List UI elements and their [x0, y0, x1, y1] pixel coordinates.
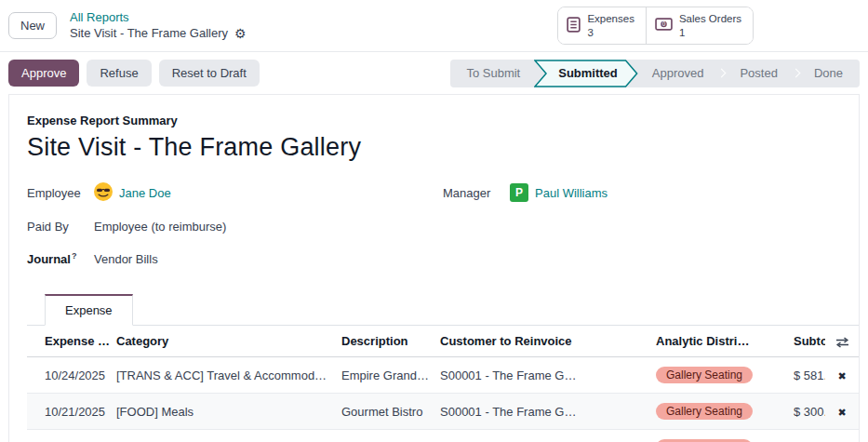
employee-avatar: [94, 182, 113, 204]
adjust-columns-icon: [835, 337, 849, 348]
table-row[interactable]: 10/24/2025 [TRANS & ACC] Travel & Accomm…: [27, 357, 859, 394]
breadcrumb-all-reports[interactable]: All Reports: [70, 10, 247, 25]
paid-by-field: Paid By Employee (to reimburse): [27, 216, 443, 236]
col-subtotal[interactable]: Subtotal: [788, 326, 825, 357]
cell-subtotal[interactable]: $ 300.91: [788, 394, 825, 430]
cell-subtotal[interactable]: $ 581.26: [788, 357, 825, 394]
col-analytic[interactable]: Analytic Distri…: [650, 326, 788, 357]
employee-link[interactable]: Jane Doe: [119, 186, 171, 200]
breadcrumb: All Reports Site Visit - The Frame Galle…: [70, 10, 247, 41]
col-customer[interactable]: Customer to Reinvoice: [434, 326, 650, 357]
expenses-label: Expenses: [587, 12, 634, 26]
cell-analytic[interactable]: Gallery Seating: [650, 394, 788, 430]
table-row[interactable]: 10/21/2025 [FOOD] Meals Gourmet Bistro S…: [27, 394, 859, 430]
expense-lines-table: Expense … Category Description Customer …: [27, 326, 859, 442]
optional-columns-button[interactable]: [825, 326, 859, 357]
sales-orders-label: Sales Orders: [679, 12, 741, 26]
cell-date[interactable]: 10/21/2025: [27, 394, 111, 430]
money-bill-icon: 0: [655, 18, 673, 33]
cell-date[interactable]: 10/24/2025: [27, 357, 111, 394]
status-to-submit[interactable]: To Submit: [450, 60, 534, 87]
manager-label: Manager: [443, 186, 510, 200]
field-group: Employee Jane Doe Paid By Employee (to r…: [27, 182, 859, 281]
cell-customer[interactable]: S00001 - The Frame G…: [434, 357, 650, 394]
delete-row-icon[interactable]: ✖: [837, 370, 846, 382]
employee-field: Employee Jane Doe: [27, 182, 443, 204]
status-posted[interactable]: Posted: [726, 60, 791, 87]
cell-category[interactable]: [FOOD] Meals: [111, 430, 336, 442]
journal-value[interactable]: Vendor Bills: [94, 252, 158, 266]
smart-buttons: Expenses 3 0 Sales Orders 1: [557, 7, 754, 46]
status-submitted-active[interactable]: Submitted: [534, 60, 638, 87]
table-header-row: Expense … Category Description Customer …: [27, 326, 859, 357]
status-done[interactable]: Done: [800, 60, 860, 87]
cell-category[interactable]: [FOOD] Meals: [111, 394, 336, 430]
manager-link[interactable]: Paul Williams: [535, 186, 608, 200]
expense-document-icon: [567, 17, 581, 35]
summary-label: Expense Report Summary: [27, 114, 859, 127]
svg-text:0: 0: [662, 20, 666, 27]
col-category[interactable]: Category: [111, 326, 336, 357]
paid-by-label: Paid By: [27, 220, 94, 234]
cell-analytic[interactable]: Gallery Seating: [650, 430, 788, 442]
form-sheet: Expense Report Summary Site Visit - The …: [8, 94, 860, 442]
employee-label: Employee: [27, 186, 94, 200]
cell-customer[interactable]: S00001 - The Frame G…: [434, 394, 650, 430]
analytic-tag[interactable]: Gallery Seating: [656, 367, 753, 383]
sales-orders-count: 1: [679, 26, 741, 40]
tab-expense[interactable]: Expense: [45, 294, 133, 326]
col-expense-date[interactable]: Expense …: [27, 326, 111, 357]
sales-orders-smart-button[interactable]: 0 Sales Orders 1: [646, 7, 753, 45]
breadcrumb-current: Site Visit - The Frame Gallery: [70, 26, 228, 41]
notebook-tabs: Expense: [27, 294, 859, 326]
statusbar: To Submit Submitted Approved Posted Done: [450, 60, 860, 87]
expenses-count: 3: [587, 26, 634, 40]
manager-avatar: P: [510, 183, 528, 202]
expenses-smart-button[interactable]: Expenses 3: [558, 7, 646, 45]
cell-date[interactable]: 10/14/2025: [27, 430, 111, 442]
new-button[interactable]: New: [8, 12, 57, 39]
manager-field: Manager P Paul Williams: [443, 182, 859, 203]
approve-button[interactable]: Approve: [8, 60, 79, 87]
control-panel: New All Reports Site Visit - The Frame G…: [0, 0, 868, 51]
paid-by-value[interactable]: Employee (to reimburse): [94, 220, 226, 234]
reset-to-draft-button[interactable]: Reset to Draft: [159, 60, 260, 87]
journal-label-text: Journal: [27, 252, 71, 266]
col-description[interactable]: Description: [336, 326, 434, 357]
status-submitted-label: Submitted: [558, 66, 618, 80]
action-bar: Approve Refuse Reset to Draft To Submit …: [0, 51, 868, 94]
refuse-button[interactable]: Refuse: [87, 60, 151, 87]
cell-subtotal[interactable]: $ 18.00: [788, 430, 825, 442]
cell-analytic[interactable]: Gallery Seating: [650, 357, 788, 394]
delete-row-icon[interactable]: ✖: [837, 407, 846, 418]
chevron-right-icon: [717, 69, 727, 78]
journal-label: Journal?: [27, 251, 94, 266]
chevron-right-icon: [791, 69, 800, 78]
gear-icon[interactable]: ⚙: [234, 27, 247, 40]
cell-description[interactable]: Empire Grand…: [336, 357, 434, 394]
page-title[interactable]: Site Visit - The Frame Gallery: [27, 133, 859, 162]
help-icon[interactable]: ?: [72, 251, 77, 261]
cell-description[interactable]: City Deli & Café: [336, 430, 434, 442]
table-row[interactable]: 10/14/2025 [FOOD] Meals City Deli & Café…: [27, 430, 859, 442]
cell-customer[interactable]: S00001 - The Frame G…: [434, 430, 650, 442]
cell-category[interactable]: [TRANS & ACC] Travel & Accommod…: [111, 357, 336, 394]
cell-description[interactable]: Gourmet Bistro: [336, 394, 434, 430]
status-approved[interactable]: Approved: [638, 60, 718, 87]
analytic-tag[interactable]: Gallery Seating: [656, 403, 753, 420]
journal-field: Journal? Vendor Bills: [27, 248, 443, 269]
